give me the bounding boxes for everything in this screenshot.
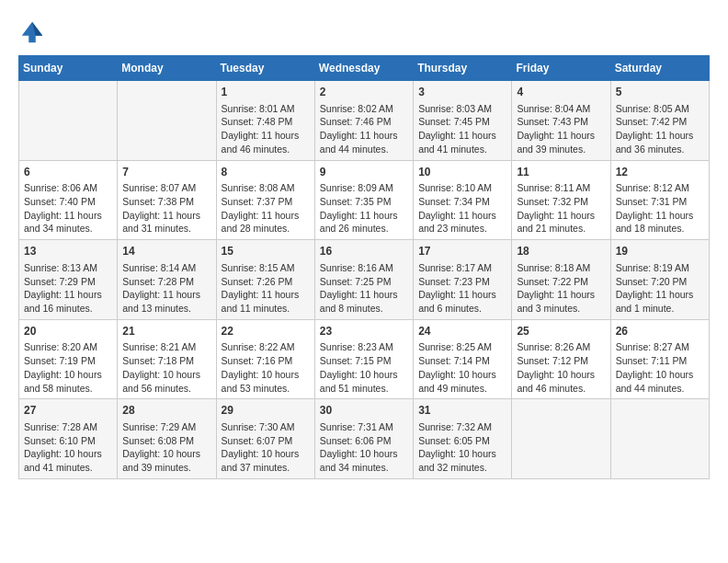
day-of-week-header: Thursday [414,56,512,81]
day-of-week-header: Saturday [610,56,709,81]
calendar-week-row: 1Sunrise: 8:01 AM Sunset: 7:48 PM Daylig… [19,81,710,161]
calendar-cell: 11Sunrise: 8:11 AM Sunset: 7:32 PM Dayli… [512,160,610,240]
day-info: Sunrise: 8:05 AM Sunset: 7:42 PM Dayligh… [616,102,704,156]
calendar-cell: 4Sunrise: 8:04 AM Sunset: 7:43 PM Daylig… [512,81,610,161]
calendar-cell: 5Sunrise: 8:05 AM Sunset: 7:42 PM Daylig… [610,81,709,161]
day-of-week-header: Wednesday [314,56,413,81]
day-number: 30 [320,403,408,419]
day-number: 11 [517,165,605,180]
calendar-cell: 3Sunrise: 8:03 AM Sunset: 7:45 PM Daylig… [414,81,512,161]
calendar-cell [512,399,610,479]
day-info: Sunrise: 8:17 AM Sunset: 7:23 PM Dayligh… [418,261,506,316]
calendar-header-row: SundayMondayTuesdayWednesdayThursdayFrid… [19,56,710,81]
day-number: 21 [122,324,210,339]
day-number: 4 [517,85,605,100]
day-info: Sunrise: 8:22 AM Sunset: 7:16 PM Dayligh… [222,340,310,395]
calendar-cell [610,399,709,479]
day-info: Sunrise: 8:06 AM Sunset: 7:40 PM Dayligh… [24,181,112,236]
day-number: 22 [222,324,310,339]
page-header [18,18,710,46]
day-info: Sunrise: 8:23 AM Sunset: 7:15 PM Dayligh… [320,340,408,395]
day-number: 20 [24,324,112,339]
day-of-week-header: Monday [118,56,216,81]
calendar-cell: 18Sunrise: 8:18 AM Sunset: 7:22 PM Dayli… [512,240,610,320]
calendar-cell: 31Sunrise: 7:32 AM Sunset: 6:05 PM Dayli… [414,399,512,479]
day-number: 31 [418,403,506,419]
calendar-cell: 12Sunrise: 8:12 AM Sunset: 7:31 PM Dayli… [610,160,709,240]
day-number: 28 [122,403,210,419]
day-number: 17 [418,244,506,259]
day-info: Sunrise: 8:18 AM Sunset: 7:22 PM Dayligh… [517,261,605,316]
calendar-cell: 20Sunrise: 8:20 AM Sunset: 7:19 PM Dayli… [19,319,118,399]
day-number: 25 [517,324,605,339]
day-number: 24 [418,324,506,339]
calendar-cell [19,81,118,161]
calendar-cell: 27Sunrise: 7:28 AM Sunset: 6:10 PM Dayli… [19,399,118,479]
calendar-cell: 1Sunrise: 8:01 AM Sunset: 7:48 PM Daylig… [216,81,314,161]
calendar-cell: 15Sunrise: 8:15 AM Sunset: 7:26 PM Dayli… [216,240,314,320]
calendar-week-row: 20Sunrise: 8:20 AM Sunset: 7:19 PM Dayli… [19,319,710,399]
day-info: Sunrise: 8:16 AM Sunset: 7:25 PM Dayligh… [320,261,408,316]
day-number: 14 [122,244,210,259]
day-info: Sunrise: 8:11 AM Sunset: 7:32 PM Dayligh… [517,181,605,236]
day-number: 18 [517,244,605,259]
calendar-cell: 2Sunrise: 8:02 AM Sunset: 7:46 PM Daylig… [314,81,413,161]
day-info: Sunrise: 7:30 AM Sunset: 6:07 PM Dayligh… [222,420,310,475]
calendar-cell: 8Sunrise: 8:08 AM Sunset: 7:37 PM Daylig… [216,160,314,240]
day-number: 6 [24,165,112,180]
calendar-cell: 24Sunrise: 8:25 AM Sunset: 7:14 PM Dayli… [414,319,512,399]
day-info: Sunrise: 8:25 AM Sunset: 7:14 PM Dayligh… [418,340,506,395]
calendar-cell: 16Sunrise: 8:16 AM Sunset: 7:25 PM Dayli… [314,240,413,320]
calendar-cell: 28Sunrise: 7:29 AM Sunset: 6:08 PM Dayli… [118,399,216,479]
calendar-week-row: 6Sunrise: 8:06 AM Sunset: 7:40 PM Daylig… [19,160,710,240]
calendar-cell [118,81,216,161]
day-of-week-header: Tuesday [216,56,314,81]
day-of-week-header: Friday [512,56,610,81]
day-number: 23 [320,324,408,339]
day-number: 27 [24,403,112,419]
day-info: Sunrise: 8:19 AM Sunset: 7:20 PM Dayligh… [616,261,704,316]
day-info: Sunrise: 8:01 AM Sunset: 7:48 PM Dayligh… [222,102,310,156]
calendar-cell: 14Sunrise: 8:14 AM Sunset: 7:28 PM Dayli… [118,240,216,320]
calendar-cell: 30Sunrise: 7:31 AM Sunset: 6:06 PM Dayli… [314,399,413,479]
calendar-cell: 7Sunrise: 8:07 AM Sunset: 7:38 PM Daylig… [118,160,216,240]
day-info: Sunrise: 8:14 AM Sunset: 7:28 PM Dayligh… [122,261,210,316]
day-info: Sunrise: 7:31 AM Sunset: 6:06 PM Dayligh… [320,420,408,475]
day-info: Sunrise: 8:09 AM Sunset: 7:35 PM Dayligh… [320,181,408,236]
day-number: 2 [320,85,408,100]
calendar-cell: 21Sunrise: 8:21 AM Sunset: 7:18 PM Dayli… [118,319,216,399]
day-number: 5 [616,85,704,100]
calendar-cell: 29Sunrise: 7:30 AM Sunset: 6:07 PM Dayli… [216,399,314,479]
day-number: 10 [418,165,506,180]
calendar-cell: 23Sunrise: 8:23 AM Sunset: 7:15 PM Dayli… [314,319,413,399]
day-info: Sunrise: 8:26 AM Sunset: 7:12 PM Dayligh… [517,340,605,395]
day-info: Sunrise: 8:07 AM Sunset: 7:38 PM Dayligh… [122,181,210,236]
day-number: 9 [320,165,408,180]
day-info: Sunrise: 8:27 AM Sunset: 7:11 PM Dayligh… [616,340,704,395]
day-number: 13 [24,244,112,259]
day-info: Sunrise: 8:04 AM Sunset: 7:43 PM Dayligh… [517,102,605,156]
day-info: Sunrise: 8:02 AM Sunset: 7:46 PM Dayligh… [320,102,408,156]
day-of-week-header: Sunday [19,56,118,81]
day-info: Sunrise: 7:28 AM Sunset: 6:10 PM Dayligh… [24,420,112,475]
day-info: Sunrise: 8:10 AM Sunset: 7:34 PM Dayligh… [418,181,506,236]
calendar-cell: 22Sunrise: 8:22 AM Sunset: 7:16 PM Dayli… [216,319,314,399]
calendar-cell: 19Sunrise: 8:19 AM Sunset: 7:20 PM Dayli… [610,240,709,320]
day-number: 16 [320,244,408,259]
day-info: Sunrise: 8:12 AM Sunset: 7:31 PM Dayligh… [616,181,704,236]
logo [18,18,50,46]
day-number: 12 [616,165,704,180]
calendar-cell: 6Sunrise: 8:06 AM Sunset: 7:40 PM Daylig… [19,160,118,240]
day-info: Sunrise: 8:21 AM Sunset: 7:18 PM Dayligh… [122,340,210,395]
logo-icon [18,18,46,46]
day-info: Sunrise: 8:15 AM Sunset: 7:26 PM Dayligh… [222,261,310,316]
calendar-cell: 26Sunrise: 8:27 AM Sunset: 7:11 PM Dayli… [610,319,709,399]
calendar-cell: 17Sunrise: 8:17 AM Sunset: 7:23 PM Dayli… [414,240,512,320]
day-number: 1 [222,85,310,100]
day-number: 29 [222,403,310,419]
day-info: Sunrise: 8:13 AM Sunset: 7:29 PM Dayligh… [24,261,112,316]
day-info: Sunrise: 7:32 AM Sunset: 6:05 PM Dayligh… [418,420,506,475]
day-info: Sunrise: 8:08 AM Sunset: 7:37 PM Dayligh… [222,181,310,236]
day-number: 26 [616,324,704,339]
calendar-week-row: 13Sunrise: 8:13 AM Sunset: 7:29 PM Dayli… [19,240,710,320]
